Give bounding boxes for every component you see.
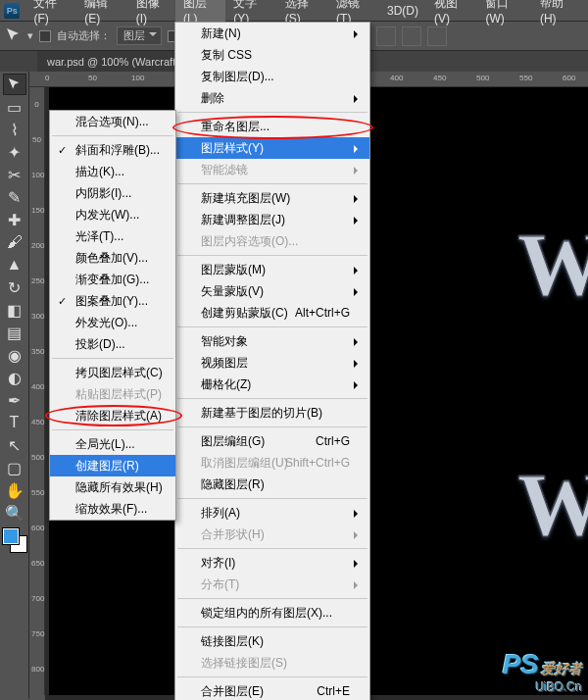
menu-item[interactable]: 矢量蒙版(V) [175, 280, 369, 302]
menu-image[interactable]: 图像(I) [128, 0, 175, 28]
crop-tool[interactable]: ✂ [3, 164, 26, 185]
dropdown-icon[interactable]: ▾ [27, 29, 33, 42]
menu-item[interactable]: 全局光(L)... [50, 433, 175, 455]
ruler-tick: 300 [29, 299, 44, 334]
align-button[interactable] [402, 26, 421, 46]
zoom-tool[interactable]: 🔍 [3, 502, 26, 524]
menu-item-label: 创建剪贴蒙版(C) [201, 305, 288, 322]
auto-select-target[interactable]: 图层 [117, 26, 162, 45]
fg-color[interactable] [3, 528, 19, 544]
ruler-tick: 0 [29, 87, 44, 123]
auto-select-label: 自动选择： [57, 28, 111, 43]
menu-help[interactable]: 帮助(H) [532, 0, 584, 28]
history-brush-tool[interactable]: ↻ [3, 276, 26, 298]
menu-item[interactable]: 智能对象 [175, 330, 369, 352]
menu-item: 取消图层编组(U)Shift+Ctrl+G [175, 452, 369, 474]
ruler-tick: 50 [29, 123, 44, 158]
hand-tool[interactable]: ✋ [3, 479, 26, 501]
gradient-tool[interactable]: ▤ [3, 322, 26, 343]
menu-item[interactable]: 隐藏图层(R) [175, 474, 369, 495]
menu-item[interactable]: 对齐(I) [175, 552, 369, 574]
menu-item[interactable]: 图层蒙版(M) [175, 259, 369, 280]
menu-item[interactable]: 新建填充图层(W) [175, 187, 369, 209]
menu-item[interactable]: 图层编组(G)Ctrl+G [175, 430, 369, 452]
blur-tool[interactable]: ◉ [3, 344, 26, 366]
menu-item[interactable]: 链接图层(K) [175, 630, 369, 652]
menu-item[interactable]: 内发光(W)... [50, 204, 175, 225]
ruler-tick: 750 [29, 617, 44, 652]
ruler-tick: 100 [29, 158, 44, 193]
stamp-tool[interactable]: ▲ [3, 254, 26, 275]
menu-view[interactable]: 视图(V) [426, 0, 477, 28]
marquee-tool[interactable]: ▭ [3, 96, 26, 118]
menu-shortcut: Shift+Ctrl+G [285, 456, 350, 470]
menu-item[interactable]: 复制图层(D)... [175, 66, 369, 87]
menu-item-label: 排列(A) [201, 505, 240, 522]
auto-select-checkbox[interactable] [39, 30, 51, 42]
menu-separator [177, 498, 368, 499]
menu-item-label: 投影(D)... [75, 336, 125, 353]
menu-item[interactable]: 新建调整图层(J) [175, 209, 369, 230]
menu-item[interactable]: 混合选项(N)... [50, 111, 175, 132]
menu-item[interactable]: 隐藏所有效果(H) [50, 476, 175, 498]
text-layer-2: W [517, 455, 588, 556]
menu-item[interactable]: 创建图层(R) [50, 455, 175, 476]
pen-tool[interactable]: ✒ [3, 389, 26, 411]
menu-item[interactable]: 图案叠加(Y)... [50, 290, 175, 312]
menu-separator [177, 426, 368, 427]
menu-item-label: 视频图层 [201, 355, 248, 372]
menu-item[interactable]: 排列(A) [175, 502, 369, 524]
menu-item[interactable]: 渐变叠加(G)... [50, 269, 175, 290]
menu-separator [52, 429, 173, 430]
align-button[interactable] [427, 26, 447, 46]
eyedropper-tool[interactable]: ✎ [3, 186, 26, 208]
ruler-tick: 550 [29, 475, 44, 511]
color-swatch[interactable] [3, 528, 26, 552]
menu-window[interactable]: 窗口(W) [477, 0, 532, 28]
dodge-tool[interactable]: ◐ [3, 367, 26, 388]
menu-item[interactable]: 斜面和浮雕(B)... [50, 139, 175, 161]
menu-item[interactable]: 清除图层样式(A) [50, 405, 175, 426]
menu-item[interactable]: 新建(N) [175, 23, 369, 44]
heal-tool[interactable]: ✚ [3, 209, 26, 230]
menu-item[interactable]: 删除 [175, 87, 369, 109]
menu-item[interactable]: 拷贝图层样式(C) [50, 362, 175, 383]
menu-item[interactable]: 图层样式(Y) [175, 137, 369, 159]
menu-item[interactable]: 描边(K)... [50, 161, 175, 182]
align-button[interactable] [376, 26, 396, 46]
wand-tool[interactable]: ✦ [3, 141, 26, 163]
shape-tool[interactable]: ▢ [3, 457, 26, 478]
menu-item[interactable]: 外发光(O)... [50, 312, 175, 333]
ruler-tick: 400 [29, 370, 44, 405]
menu-item[interactable]: 复制 CSS [175, 44, 369, 66]
menu-item[interactable]: 锁定组内的所有图层(X)... [175, 602, 369, 624]
menu-item-label: 光泽(T)... [75, 228, 123, 245]
move-tool[interactable] [3, 74, 26, 95]
menu-separator [177, 326, 368, 327]
menu-item[interactable]: 创建剪贴蒙版(C)Alt+Ctrl+G [175, 302, 369, 324]
menu-item-label: 合并图层(E) [201, 683, 264, 700]
menu-item[interactable]: 视频图层 [175, 352, 369, 374]
menu-item[interactable]: 合并图层(E)Ctrl+E [175, 680, 369, 700]
eraser-tool[interactable]: ◧ [3, 299, 26, 321]
menu-item[interactable]: 栅格化(Z) [175, 374, 369, 395]
menu-3d[interactable]: 3D(D) [379, 1, 426, 21]
type-tool[interactable]: T [3, 412, 26, 433]
menu-file[interactable]: 文件(F) [25, 0, 76, 28]
menu-item[interactable]: 投影(D)... [50, 333, 175, 355]
menu-item[interactable]: 缩放效果(F)... [50, 498, 175, 520]
path-tool[interactable]: ↖ [3, 434, 26, 456]
menu-item-label: 分布(T) [201, 576, 239, 593]
menu-edit[interactable]: 编辑(E) [76, 0, 127, 28]
menu-item[interactable]: 重命名图层... [175, 116, 369, 137]
lasso-tool[interactable]: ⌇ [3, 119, 26, 140]
menu-item[interactable]: 新建基于图层的切片(B) [175, 402, 369, 424]
menu-item[interactable]: 光泽(T)... [50, 225, 175, 247]
menu-item[interactable]: 内阴影(I)... [50, 182, 175, 204]
menu-item-label: 智能滤镜 [201, 162, 248, 178]
menu-item-label: 拷贝图层样式(C) [75, 365, 163, 381]
menu-item[interactable]: 颜色叠加(V)... [50, 247, 175, 269]
ruler-tick: 600 [563, 74, 575, 82]
menu-separator [52, 358, 173, 359]
brush-tool[interactable]: 🖌 [3, 231, 26, 253]
